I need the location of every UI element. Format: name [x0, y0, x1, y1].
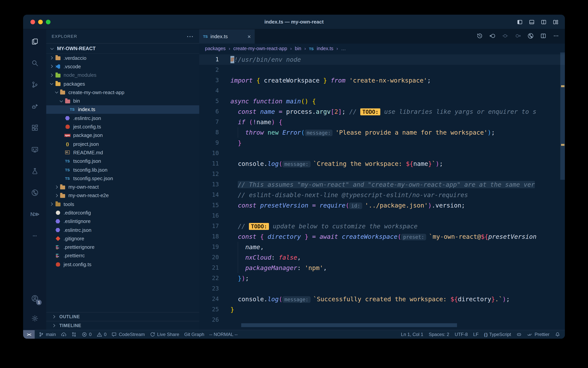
activity-debug-icon[interactable] — [23, 95, 46, 117]
activity-testing-icon[interactable] — [23, 160, 46, 182]
tree-item-tsconfig.lib.json[interactable]: TStsconfig.lib.json — [46, 166, 199, 174]
status-ln-1-col-1[interactable]: Ln 1, Col 1 — [401, 332, 423, 337]
tree-item-my-own-react-e2e[interactable]: my-own-react-e2e — [46, 191, 199, 200]
layout-grid-icon[interactable] — [553, 19, 559, 25]
breadcrumb-item-bin[interactable]: bin — [295, 46, 301, 51]
tree-item-.prettierignore[interactable]: .prettierignore — [46, 243, 199, 251]
explorer-more-actions-icon[interactable]: ··· — [187, 33, 194, 39]
chevron-right-icon[interactable] — [53, 194, 60, 197]
status-utf-8[interactable]: UTF-8 — [455, 332, 468, 337]
tree-item-bin[interactable]: bin — [46, 97, 199, 105]
chevron-right-icon[interactable] — [49, 65, 55, 68]
chevron-right-icon[interactable] — [49, 203, 55, 205]
status-spaces-2[interactable]: Spaces: 2 — [429, 332, 449, 337]
breadcrumb-item-create-my-own-react-app[interactable]: create-my-own-react-app — [233, 46, 287, 51]
code-line-21[interactable]: 21 packageManager: 'npm', — [199, 263, 565, 273]
tree-item-.vscode[interactable]: .vscode — [46, 62, 199, 71]
ellipsis-icon[interactable] — [553, 33, 559, 40]
code-line-25[interactable]: 25} — [199, 304, 565, 315]
tree-item-.eslintrc.json[interactable]: .eslintrc.json — [46, 114, 199, 122]
status-prettier[interactable]: Prettier — [527, 332, 549, 337]
status-0[interactable]: 0 — [82, 332, 91, 337]
tab-index-ts[interactable]: TS index.ts × — [199, 29, 255, 44]
chevron-right-icon[interactable] — [49, 74, 55, 76]
status-lf[interactable]: LF — [473, 332, 479, 337]
tree-item-index.ts[interactable]: TSindex.ts — [46, 105, 199, 114]
code-line-16[interactable]: 16 — [199, 211, 565, 221]
tree-item-.prettierrc[interactable]: .prettierrc — [46, 251, 199, 260]
status-copilot[interactable] — [517, 332, 522, 337]
activity-more-icon[interactable]: ··· — [23, 225, 46, 247]
code-line-3[interactable]: 3import { createWorkspace } from 'create… — [199, 75, 565, 86]
activity-source-control-icon[interactable] — [23, 74, 46, 95]
code-line-2[interactable]: 2 — [199, 65, 565, 75]
code-line-12[interactable]: 12 — [199, 169, 565, 179]
tree-item-.editorconfig[interactable]: .editorconfig — [46, 209, 199, 217]
chevron-down-icon[interactable] — [53, 92, 60, 93]
nav-back-icon[interactable] — [489, 33, 496, 40]
tree-item-jest.config.ts[interactable]: jest.config.ts — [46, 122, 199, 131]
code-line-6[interactable]: 6 const name = process.argv[2]; // TODO:… — [199, 106, 565, 117]
tree-item-node_modules[interactable]: node_modules — [46, 71, 199, 79]
breadcrumb-item-file[interactable]: index.ts — [317, 46, 333, 51]
status-normal[interactable]: -- NORMAL -- — [209, 332, 237, 337]
timeline-section[interactable]: TIMELINE — [46, 321, 199, 330]
breadcrumb-symbol-tail[interactable]: … — [341, 46, 346, 51]
outline-section[interactable]: OUTLINE — [46, 312, 199, 321]
code-editor[interactable]: 1#!/usr/bin/env node23import { createWor… — [199, 54, 565, 330]
chevron-right-icon[interactable] — [53, 186, 60, 188]
tree-item-packages[interactable]: packages — [46, 79, 199, 88]
remote-indicator[interactable]: >< — [23, 330, 35, 339]
tree-item-tsconfig.spec.json[interactable]: TStsconfig.spec.json — [46, 174, 199, 183]
status-0[interactable]: 0 — [97, 332, 106, 337]
tree-item-README.md[interactable]: M↓README.md — [46, 148, 199, 157]
activity-nx-console-icon[interactable]: N≫ — [23, 203, 46, 225]
code-line-23[interactable]: 23 — [199, 284, 565, 294]
activity-remote-explorer-icon[interactable] — [23, 138, 46, 160]
activity-files-icon[interactable] — [23, 30, 46, 52]
code-line-18[interactable]: 18 const { directory } = await createWor… — [199, 231, 565, 242]
close-window-button[interactable] — [30, 19, 35, 24]
tree-item-.gitignore[interactable]: .gitignore — [46, 234, 199, 243]
close-tab-icon[interactable]: × — [247, 33, 251, 40]
status-typescript[interactable]: { }TypeScript — [484, 332, 511, 337]
status-live-share[interactable]: Live Share — [150, 332, 179, 337]
vertical-scrollbar[interactable] — [560, 53, 565, 180]
activity-search-icon[interactable] — [23, 52, 46, 74]
tree-item-package.json[interactable]: npmpackage.json — [46, 131, 199, 140]
status-main[interactable]: main — [39, 332, 56, 337]
tree-item-.eslintignore[interactable]: .eslintignore — [46, 217, 199, 226]
split-editor-right-icon[interactable] — [541, 19, 547, 25]
chevron-down-icon[interactable] — [49, 83, 55, 84]
code-line-4[interactable]: 4 — [199, 86, 565, 96]
code-line-8[interactable]: 8 throw new Error(message:'Please provid… — [199, 127, 565, 138]
layout-sidebar-left-icon[interactable] — [517, 19, 523, 25]
circle-arrow-right-icon[interactable] — [515, 33, 521, 40]
chevron-right-icon[interactable] — [49, 57, 55, 59]
activity-gitlens-icon[interactable] — [23, 182, 46, 203]
code-line-14[interactable]: 14 // eslint-disable-next-line @typescri… — [199, 190, 565, 200]
tree-item-.eslintrc.json[interactable]: .eslintrc.json — [46, 226, 199, 234]
code-line-7[interactable]: 7 if (!name) { — [199, 117, 565, 127]
code-line-5[interactable]: 5async function main() { — [199, 96, 565, 106]
tree-item-my-own-react[interactable]: my-own-react — [46, 183, 199, 191]
git-graph-icon[interactable] — [527, 33, 534, 40]
code-line-1[interactable]: 1#!/usr/bin/env node — [199, 54, 565, 65]
layout-panel-bottom-icon[interactable] — [529, 19, 535, 25]
code-line-15[interactable]: 15 const presetVersion = require(id:'../… — [199, 200, 565, 211]
code-line-24[interactable]: 24 console.log(message:`Successfully cre… — [199, 294, 565, 304]
status-compare[interactable] — [71, 332, 77, 337]
status-codestream[interactable]: CodeStream — [112, 332, 145, 337]
activity-extensions-icon[interactable] — [23, 117, 46, 138]
breadcrumb-item-packages[interactable]: packages — [205, 46, 226, 51]
horizontal-scrollbar[interactable] — [241, 323, 457, 327]
tree-item-.verdaccio[interactable]: .verdaccio — [46, 54, 199, 62]
tree-item-tsconfig.json[interactable]: TStsconfig.json — [46, 157, 199, 166]
tree-item-create-my-own-react-app[interactable]: create-my-own-react-app — [46, 88, 199, 97]
code-line-13[interactable]: 13 // This assumes "my-own-react" and "c… — [199, 179, 565, 190]
code-line-9[interactable]: 9 } — [199, 138, 565, 148]
minimize-window-button[interactable] — [38, 19, 43, 24]
status-git-graph[interactable]: Git Graph — [184, 332, 204, 337]
code-line-11[interactable]: 11 console.log(message:`Creating the wor… — [199, 158, 565, 169]
chevron-down-icon[interactable] — [58, 100, 64, 102]
